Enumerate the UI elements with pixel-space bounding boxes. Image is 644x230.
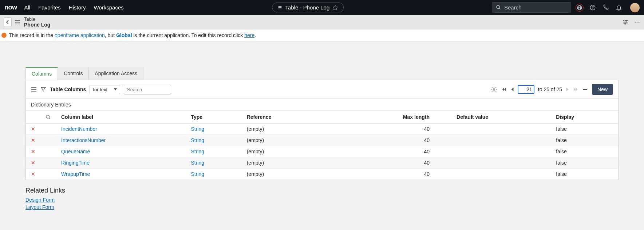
global-search[interactable]: Search (492, 2, 571, 13)
filter-icon[interactable] (40, 86, 46, 92)
cell-type[interactable]: String (191, 149, 204, 154)
th-display[interactable]: Display (551, 111, 618, 124)
title-line1: Table (24, 16, 50, 22)
cell-reference: (empty) (242, 157, 324, 169)
collapse-icon[interactable] (582, 89, 588, 90)
list-toolbar: Table Columns for text to 25 of 25 New (26, 80, 618, 99)
cell-max-length: 40 (324, 146, 451, 157)
cell-type[interactable]: String (191, 137, 204, 143)
page-title: Table Phone Log (24, 16, 50, 28)
svg-line-37 (49, 118, 50, 119)
svg-marker-33 (574, 88, 576, 92)
link-design-form[interactable]: Design Form (25, 197, 619, 204)
cell-column-label[interactable]: QueueName (61, 149, 90, 154)
main-content: Columns Controls Application Access Tabl… (0, 41, 644, 211)
cell-column-label[interactable]: InteractionsNumber (61, 137, 106, 143)
delete-icon[interactable]: ✕ (31, 126, 35, 132)
related-heading: Related Links (25, 187, 619, 194)
cell-default-value (451, 135, 551, 146)
svg-marker-32 (566, 88, 568, 92)
more-icon[interactable] (634, 19, 640, 25)
settings-sliders-icon[interactable] (622, 19, 629, 25)
tab-columns[interactable]: Columns (25, 67, 58, 80)
th-search[interactable] (40, 111, 56, 124)
list-icon (277, 5, 283, 10)
new-button[interactable]: New (592, 84, 613, 95)
table-row: ✕QueueNameString(empty)40false (26, 146, 618, 157)
app-link[interactable]: openframe application (55, 32, 105, 38)
svg-marker-31 (511, 88, 513, 92)
delete-icon[interactable]: ✕ (31, 149, 35, 154)
nav-favorites[interactable]: Favorites (38, 4, 61, 11)
cell-column-label[interactable]: RingingTime (61, 160, 90, 166)
svg-marker-27 (114, 88, 117, 90)
cell-default-value (451, 124, 551, 135)
tab-controls[interactable]: Controls (58, 67, 89, 80)
page-last-icon[interactable] (573, 87, 578, 92)
avatar[interactable] (630, 3, 640, 12)
search-placeholder: Search (504, 4, 522, 11)
star-icon[interactable] (332, 5, 338, 11)
sub-header: Table Phone Log (0, 15, 644, 29)
th-max-length[interactable]: Max length (324, 111, 451, 124)
context-pill[interactable]: Table - Phone Log (272, 3, 344, 12)
nav-links: All Favorites History Workspaces (24, 4, 124, 11)
gear-icon[interactable] (491, 86, 497, 93)
delete-icon[interactable]: ✕ (31, 137, 35, 143)
th-column-label[interactable]: Column label (56, 111, 186, 124)
cell-type[interactable]: String (191, 160, 204, 166)
link-layout-form[interactable]: Layout Form (25, 204, 619, 211)
page-first-icon[interactable] (502, 87, 507, 92)
cell-type[interactable]: String (191, 126, 204, 132)
nav-all[interactable]: All (24, 4, 31, 11)
th-reference[interactable]: Reference (242, 111, 324, 124)
column-search-input[interactable] (124, 85, 171, 94)
cell-display: false (551, 157, 618, 169)
search-mode-select[interactable]: for text (90, 85, 120, 94)
cell-display: false (551, 135, 618, 146)
svg-marker-26 (41, 88, 46, 92)
alert-icon (1, 33, 7, 38)
search-icon (496, 5, 501, 10)
nav-history[interactable]: History (69, 4, 86, 11)
th-default-value[interactable]: Default value (451, 111, 551, 124)
th-type[interactable]: Type (186, 111, 241, 124)
svg-marker-29 (502, 88, 504, 92)
tab-application-access[interactable]: Application Access (89, 67, 143, 80)
back-button[interactable] (4, 17, 12, 27)
delete-icon[interactable]: ✕ (31, 171, 35, 177)
cell-column-label[interactable]: WrapupTime (61, 171, 90, 177)
cell-max-length: 40 (324, 169, 451, 180)
svg-point-28 (493, 89, 495, 90)
menu-icon[interactable] (15, 20, 20, 25)
list-menu-icon[interactable] (31, 87, 37, 92)
delete-icon[interactable]: ✕ (31, 160, 35, 166)
cell-display: false (551, 169, 618, 180)
svg-point-36 (46, 115, 50, 118)
nav-workspaces[interactable]: Workspaces (94, 4, 124, 11)
svg-point-4 (497, 5, 500, 9)
page-current-input[interactable] (518, 85, 534, 94)
bell-icon[interactable] (615, 4, 623, 12)
svg-point-21 (637, 21, 637, 22)
globe-icon[interactable] (576, 4, 584, 12)
svg-point-10 (592, 9, 593, 9)
svg-point-17 (626, 21, 627, 23)
svg-point-19 (625, 23, 626, 24)
page-range: to 25 of 25 (538, 86, 562, 92)
page-prev-icon[interactable] (510, 87, 514, 92)
cell-default-value (451, 169, 551, 180)
page-next-icon[interactable] (566, 87, 569, 92)
phone-icon[interactable] (602, 4, 610, 12)
cell-reference: (empty) (242, 146, 324, 157)
help-icon[interactable] (589, 4, 597, 12)
cell-type[interactable]: String (191, 171, 204, 177)
cell-default-value (451, 146, 551, 157)
cell-column-label[interactable]: IncidentNumber (61, 126, 97, 132)
edit-here-link[interactable]: here (244, 32, 254, 38)
table-row: ✕IncidentNumberString(empty)40false (26, 124, 618, 135)
cell-max-length: 40 (324, 157, 451, 169)
svg-marker-34 (576, 88, 577, 92)
svg-marker-3 (333, 5, 338, 10)
cell-max-length: 40 (324, 124, 451, 135)
